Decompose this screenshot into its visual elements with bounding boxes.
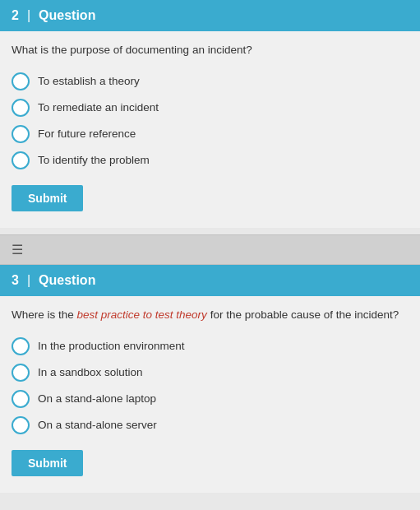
separator: ☰ <box>0 234 420 265</box>
question-number-3: 3 <box>12 273 19 288</box>
question-divider-3: | <box>27 273 30 288</box>
question-number-2: 2 <box>12 8 19 23</box>
question-text-3: Where is the best practice to test theor… <box>12 308 408 323</box>
submit-button-3[interactable]: Submit <box>12 450 83 476</box>
option-label-2-2: For future reference <box>38 128 136 140</box>
option-item-2-2[interactable]: For future reference <box>12 121 408 147</box>
question-text-2: What is the purpose of documenting an in… <box>12 43 408 58</box>
submit-button-2[interactable]: Submit <box>12 185 83 211</box>
option-item-2-3[interactable]: To identify the problem <box>12 147 408 174</box>
question-divider-2: | <box>27 8 30 23</box>
option-label-2-0: To establish a theory <box>38 75 140 87</box>
question-text-part-3-0: Where is the <box>12 308 77 321</box>
radio-circle-2-0[interactable] <box>12 72 30 90</box>
list-icon: ☰ <box>12 242 23 257</box>
question-text-content-2: What is the purpose of documenting an in… <box>12 44 252 56</box>
option-item-3-3[interactable]: On a stand-alone server <box>12 412 408 438</box>
options-list-2: To establish a theory To remediate an in… <box>12 68 408 174</box>
question-body-2: What is the purpose of documenting an in… <box>0 31 420 228</box>
radio-circle-3-1[interactable] <box>12 364 30 382</box>
question-body-3: Where is the best practice to test theor… <box>0 296 420 493</box>
question-label-2: Question <box>39 8 95 23</box>
options-list-3: In the production environment In a sandb… <box>12 333 408 438</box>
radio-circle-2-1[interactable] <box>12 99 30 117</box>
option-label-3-3: On a stand-alone server <box>38 419 157 431</box>
radio-circle-2-3[interactable] <box>12 151 30 169</box>
option-label-3-2: On a stand-alone laptop <box>38 392 156 405</box>
radio-circle-3-3[interactable] <box>12 416 30 434</box>
question-label-3: Question <box>39 273 95 288</box>
question-text-part-3-2: for the probable cause of the incident? <box>207 308 399 321</box>
question-block-2: 2 | Question What is the purpose of docu… <box>0 0 420 228</box>
radio-circle-3-2[interactable] <box>12 390 30 408</box>
option-item-2-1[interactable]: To remediate an incident <box>12 95 408 121</box>
option-label-3-0: In the production environment <box>38 340 185 352</box>
option-item-3-2[interactable]: On a stand-alone laptop <box>12 386 408 412</box>
question-text-part-3-highlight: best practice to test theory <box>77 308 207 321</box>
option-item-2-0[interactable]: To establish a theory <box>12 68 408 95</box>
question-header-2: 2 | Question <box>0 0 420 31</box>
option-label-3-1: In a sandbox solution <box>38 366 143 378</box>
radio-circle-3-0[interactable] <box>12 337 30 355</box>
option-label-2-1: To remediate an incident <box>38 101 159 114</box>
option-label-2-3: To identify the problem <box>38 154 150 166</box>
question-header-3: 3 | Question <box>0 265 420 296</box>
radio-circle-2-2[interactable] <box>12 125 30 143</box>
option-item-3-1[interactable]: In a sandbox solution <box>12 359 408 386</box>
question-block-3: 3 | Question Where is the best practice … <box>0 265 420 493</box>
option-item-3-0[interactable]: In the production environment <box>12 333 408 359</box>
